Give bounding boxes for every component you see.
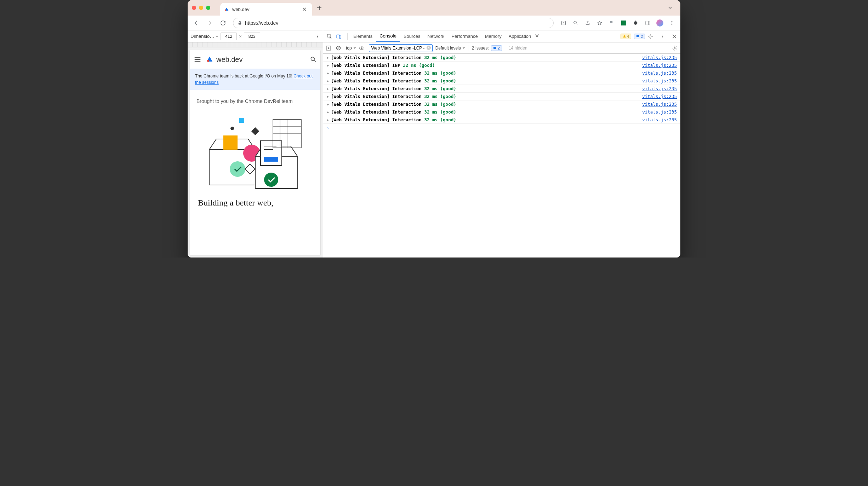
expand-arrow-icon[interactable]: ▸ [327,63,331,68]
tab-console[interactable]: Console [376,30,400,42]
browser-tab[interactable]: web.dev [220,3,312,16]
device-more-button[interactable] [315,34,320,39]
console-play-icon[interactable] [326,46,333,51]
expand-arrow-icon[interactable]: ▸ [327,78,331,83]
messages-badge[interactable]: 2 [634,34,645,39]
hidden-count[interactable]: 14 hidden [505,46,527,51]
log-row[interactable]: ▸[Web Vitals Extension] Interaction 32 m… [323,69,680,77]
svg-line-45 [337,47,340,50]
device-dropdown[interactable]: Dimensio… [190,34,218,39]
svg-point-6 [672,21,672,22]
issues-label: 2 Issues: [472,46,489,51]
profile-avatar[interactable] [654,17,666,29]
tab-elements[interactable]: Elements [350,30,376,42]
log-row[interactable]: ▸[Web Vitals Extension] Interaction 32 m… [323,77,680,85]
console-toolbar: top Default levels 2 Issues: [323,42,680,54]
search-icon[interactable] [310,56,317,63]
log-source-link[interactable]: vitals.js:235 [642,63,677,68]
bookmark-star-icon[interactable] [594,17,605,29]
tab-memory[interactable]: Memory [481,30,505,42]
log-message: [Web Vitals Extension] INP 32 ms (good) [331,63,642,68]
svg-point-13 [311,57,314,60]
log-source-link[interactable]: vitals.js:235 [642,102,677,107]
context-dropdown[interactable]: top [346,46,356,51]
log-source-link[interactable]: vitals.js:235 [642,78,677,83]
svg-point-50 [674,47,675,49]
close-window-button[interactable] [192,6,196,10]
expand-arrow-icon[interactable]: ▸ [327,86,331,91]
log-row[interactable]: ▸[Web Vitals Extension] Interaction 32 m… [323,108,680,116]
expand-arrow-icon[interactable]: ▸ [327,55,331,60]
log-source-link[interactable]: vitals.js:235 [642,70,677,76]
log-row[interactable]: ▸[Web Vitals Extension] Interaction 32 m… [323,100,680,108]
tab-performance[interactable]: Performance [448,30,481,42]
expand-arrow-icon[interactable]: ▸ [327,109,331,115]
expand-arrow-icon[interactable]: ▸ [327,94,331,99]
height-input[interactable] [244,33,260,40]
tabs-dropdown-button[interactable] [668,5,676,10]
forward-button[interactable] [204,17,215,29]
console-settings-icon[interactable] [672,45,678,51]
svg-point-10 [317,36,318,37]
log-row[interactable]: ▸[Web Vitals Extension] Interaction 32 m… [323,93,680,100]
svg-point-39 [650,36,651,37]
back-button[interactable] [190,17,202,29]
svg-point-12 [207,60,209,62]
messages-count: 2 [641,34,643,39]
tab-network[interactable]: Network [424,30,448,42]
expand-arrow-icon[interactable]: ▸ [327,70,331,76]
close-tab-button[interactable] [302,6,307,12]
close-devtools-button[interactable] [672,34,677,39]
url-input[interactable] [245,20,549,26]
inspect-element-icon[interactable] [327,34,336,39]
issues-indicator[interactable]: 2 Issues: 2 [468,45,502,51]
install-app-icon[interactable] [558,17,569,29]
log-row[interactable]: ▸[Web Vitals Extension] Interaction 32 m… [323,85,680,93]
console-log-area[interactable]: ▸[Web Vitals Extension] Interaction 32 m… [323,54,680,258]
browser-menu-button[interactable] [666,17,678,29]
log-source-link[interactable]: vitals.js:235 [642,117,677,122]
minimize-window-button[interactable] [199,6,203,10]
more-tabs-button[interactable] [535,34,544,39]
width-input[interactable] [221,33,237,40]
log-source-link[interactable]: vitals.js:235 [642,86,677,91]
reload-button[interactable] [217,17,229,29]
tab-title: web.dev [232,7,299,12]
log-message: [Web Vitals Extension] Interaction 32 ms… [331,55,642,60]
maximize-window-button[interactable] [206,6,210,10]
tab-sources[interactable]: Sources [400,30,424,42]
log-levels-dropdown[interactable]: Default levels [435,46,465,51]
log-message: [Web Vitals Extension] Interaction 32 ms… [331,117,642,122]
log-row[interactable]: ▸[Web Vitals Extension] INP 32 ms (good)… [323,62,680,69]
log-row[interactable]: ▸[Web Vitals Extension] Interaction 32 m… [323,116,680,124]
clear-filter-icon[interactable] [426,45,431,50]
device-dropdown-label: Dimensio… [190,34,214,39]
share-icon[interactable] [582,17,593,29]
zoom-icon[interactable] [570,17,581,29]
page-header: web.dev [190,50,320,69]
expand-arrow-icon[interactable]: ▸ [327,102,331,107]
log-row[interactable]: ▸[Web Vitals Extension] Interaction 32 m… [323,54,680,62]
warnings-badge[interactable]: 4 [621,34,631,39]
device-toggle-icon[interactable] [336,34,345,39]
address-bar[interactable] [233,18,554,28]
devtools-menu-icon[interactable] [660,34,669,39]
console-prompt[interactable]: › [323,124,680,132]
svg-rect-38 [636,35,639,37]
devtools-settings-icon[interactable] [648,34,657,39]
log-source-link[interactable]: vitals.js:235 [642,55,677,60]
log-source-link[interactable]: vitals.js:235 [642,109,677,115]
new-tab-button[interactable] [314,3,324,13]
tab-application[interactable]: Application [505,30,535,42]
clear-console-icon[interactable] [336,46,343,51]
extensions-puzzle-icon[interactable] [630,17,641,29]
sidepanel-icon[interactable] [642,17,653,29]
extension-square-icon[interactable] [618,17,629,29]
console-filter-input[interactable] [369,44,433,52]
svg-point-7 [672,22,672,23]
flag-icon[interactable] [606,17,617,29]
log-source-link[interactable]: vitals.js:235 [642,94,677,99]
hamburger-icon[interactable] [194,56,202,63]
live-expression-icon[interactable] [359,46,366,50]
expand-arrow-icon[interactable]: ▸ [327,117,331,122]
